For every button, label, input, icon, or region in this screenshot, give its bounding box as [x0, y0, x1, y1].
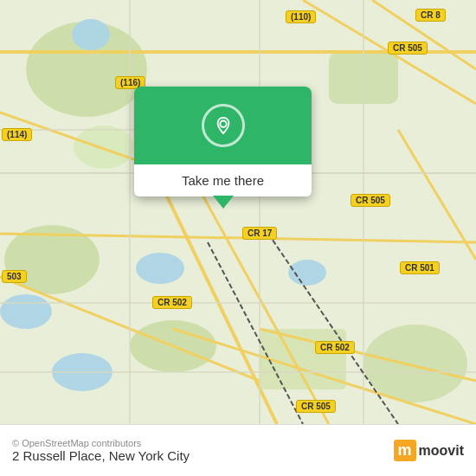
- road-label-cr505b: CR 505: [351, 194, 390, 207]
- bottom-bar: © OpenStreetMap contributors 2 Russell P…: [0, 424, 476, 476]
- road-label-cr505c: CR 505: [296, 400, 336, 413]
- osm-copyright: © OpenStreetMap contributors: [12, 438, 190, 448]
- moovit-logo-letter: m: [394, 440, 416, 461]
- svg-point-33: [220, 121, 226, 127]
- svg-point-8: [72, 19, 110, 50]
- road-label-cr502a: CR 502: [152, 296, 192, 309]
- map-background: [0, 0, 476, 424]
- road-label-cr8: CR 8: [415, 9, 446, 22]
- map-container: (110) (116) (114) CR 8 CR 505 CR 505 CR …: [0, 0, 476, 424]
- road-label-110: (110): [286, 10, 316, 23]
- moovit-logo-text: moovit: [419, 443, 464, 459]
- road-label-114: (114): [2, 128, 32, 141]
- road-label-cr502b: CR 502: [315, 341, 355, 354]
- road-label-cr505a: CR 505: [388, 42, 428, 55]
- road-label-503: 503: [2, 270, 27, 283]
- road-label-cr17: CR 17: [242, 227, 277, 240]
- location-pin-icon: [214, 116, 233, 135]
- take-me-there-button[interactable]: Take me there: [134, 164, 312, 196]
- moovit-logo: m moovit: [394, 440, 464, 461]
- location-icon-circle: [202, 104, 245, 147]
- popup-card: Take me there: [134, 87, 312, 196]
- road-label-cr501: CR 501: [400, 261, 440, 274]
- svg-point-9: [136, 253, 184, 284]
- svg-point-7: [74, 125, 134, 169]
- svg-point-11: [0, 294, 52, 329]
- address-text: 2 Russell Place, New York City: [12, 448, 190, 463]
- svg-point-6: [363, 325, 467, 402]
- svg-point-10: [288, 260, 326, 286]
- bottom-left-section: © OpenStreetMap contributors 2 Russell P…: [12, 438, 190, 463]
